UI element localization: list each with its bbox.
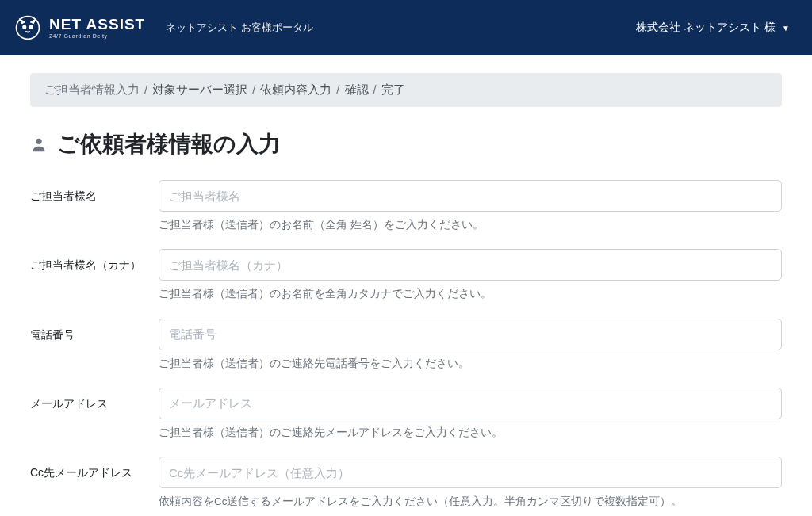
person-icon xyxy=(30,136,48,153)
breadcrumb-step-4: 確認 xyxy=(345,82,369,97)
svg-point-1 xyxy=(23,25,25,28)
breadcrumb-step-3: 依頼内容入力 xyxy=(260,82,331,97)
label-phone: 電話番号 xyxy=(30,319,159,343)
help-name-kana: ご担当者様（送信者）のお名前を全角カタカナでご入力ください。 xyxy=(159,286,782,302)
breadcrumb-sep: / xyxy=(144,82,147,97)
svg-point-3 xyxy=(36,139,41,144)
cat-logo-icon xyxy=(14,14,41,41)
breadcrumb-step-2: 対象サーバー選択 xyxy=(152,82,247,97)
user-menu[interactable]: 株式会社 ネットアシスト 様 ▼ xyxy=(628,16,798,40)
name-input[interactable] xyxy=(159,180,782,212)
breadcrumb-step-1: ご担当者情報入力 xyxy=(44,82,140,97)
svg-point-2 xyxy=(30,25,33,28)
breadcrumb-sep: / xyxy=(336,82,339,97)
label-name-kana: ご担当者様名（カナ） xyxy=(30,249,159,273)
help-email: ご担当者様（送信者）のご連絡先メールアドレスをご入力ください。 xyxy=(159,425,782,441)
breadcrumb: ご担当者情報入力 / 対象サーバー選択 / 依頼内容入力 / 確認 / 完了 xyxy=(30,73,782,107)
cc-input[interactable] xyxy=(159,457,782,488)
navbar-subtitle: ネットアシスト お客様ポータル xyxy=(166,21,313,35)
logo-text: NET ASSIST xyxy=(49,17,145,32)
email-input[interactable] xyxy=(159,388,782,419)
phone-input[interactable] xyxy=(159,319,782,350)
page-title-row: ご依頼者様情報の入力 xyxy=(30,129,782,159)
breadcrumb-step-5: 完了 xyxy=(381,82,405,97)
help-name: ご担当者様（送信者）のお名前（全角 姓名）をご入力ください。 xyxy=(159,217,782,233)
page-title: ご依頼者様情報の入力 xyxy=(57,129,281,159)
label-cc: Cc先メールアドレス xyxy=(30,457,159,481)
logo-subtext: 24/7 Guardian Deity xyxy=(49,33,145,39)
logo[interactable]: NET ASSIST 24/7 Guardian Deity xyxy=(14,14,145,41)
name-kana-input[interactable] xyxy=(159,249,782,281)
breadcrumb-sep: / xyxy=(252,82,255,97)
user-label: 株式会社 ネットアシスト 様 xyxy=(636,21,776,35)
help-cc: 依頼内容をCc送信するメールアドレスをご入力ください（任意入力。半角カンマ区切り… xyxy=(159,494,782,510)
help-phone: ご担当者様（送信者）のご連絡先電話番号をご入力ください。 xyxy=(159,356,782,372)
navbar: NET ASSIST 24/7 Guardian Deity ネットアシスト お… xyxy=(0,0,812,55)
label-email: メールアドレス xyxy=(30,388,159,412)
breadcrumb-sep: / xyxy=(373,82,377,97)
label-name: ご担当者様名 xyxy=(30,180,159,204)
caret-down-icon: ▼ xyxy=(782,24,790,32)
